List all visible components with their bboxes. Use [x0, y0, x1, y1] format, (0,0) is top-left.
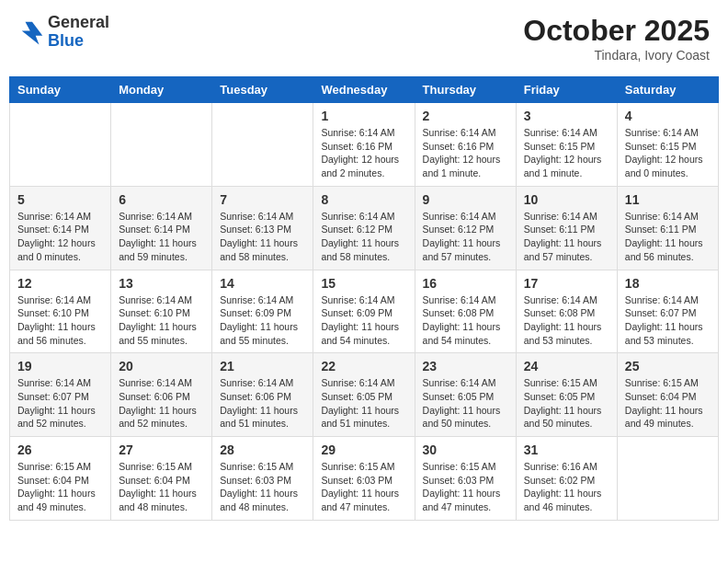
day-number: 15	[321, 276, 406, 291]
calendar-cell: 19Sunrise: 6:14 AM Sunset: 6:07 PM Dayli…	[10, 353, 111, 437]
calendar-cell: 23Sunrise: 6:14 AM Sunset: 6:05 PM Dayli…	[415, 353, 516, 437]
weekday-header-wednesday: Wednesday	[313, 77, 415, 103]
page-header: General Blue October 2025 Tindara, Ivory…	[9, 9, 719, 67]
day-number: 26	[17, 442, 103, 457]
weekday-header-tuesday: Tuesday	[212, 77, 313, 103]
day-number: 24	[524, 359, 609, 373]
calendar-cell: 4Sunrise: 6:14 AM Sunset: 6:15 PM Daylig…	[617, 103, 718, 187]
logo-general: General	[48, 14, 109, 32]
calendar-week-row: 19Sunrise: 6:14 AM Sunset: 6:07 PM Dayli…	[10, 353, 719, 437]
weekday-header-thursday: Thursday	[415, 77, 516, 103]
calendar-cell: 14Sunrise: 6:14 AM Sunset: 6:09 PM Dayli…	[212, 270, 313, 353]
calendar-cell: 2Sunrise: 6:14 AM Sunset: 6:16 PM Daylig…	[415, 103, 516, 187]
day-info: Sunrise: 6:14 AM Sunset: 6:14 PM Dayligh…	[17, 210, 103, 264]
day-info: Sunrise: 6:14 AM Sunset: 6:09 PM Dayligh…	[321, 293, 406, 348]
day-info: Sunrise: 6:14 AM Sunset: 6:13 PM Dayligh…	[220, 210, 305, 264]
calendar-cell: 7Sunrise: 6:14 AM Sunset: 6:13 PM Daylig…	[212, 186, 313, 270]
day-number: 13	[119, 276, 204, 291]
day-number: 28	[220, 442, 305, 457]
day-info: Sunrise: 6:15 AM Sunset: 6:03 PM Dayligh…	[423, 460, 508, 514]
title-area: October 2025 Tindara, Ivory Coast	[523, 14, 710, 63]
day-number: 12	[17, 276, 103, 291]
calendar-cell: 30Sunrise: 6:15 AM Sunset: 6:03 PM Dayli…	[415, 437, 516, 521]
svg-marker-0	[22, 22, 43, 45]
calendar-cell: 17Sunrise: 6:14 AM Sunset: 6:08 PM Dayli…	[516, 270, 617, 353]
calendar-cell	[10, 103, 111, 187]
day-number: 18	[625, 276, 711, 291]
calendar-cell: 13Sunrise: 6:14 AM Sunset: 6:10 PM Dayli…	[111, 270, 212, 353]
calendar-cell: 15Sunrise: 6:14 AM Sunset: 6:09 PM Dayli…	[313, 270, 415, 353]
day-info: Sunrise: 6:14 AM Sunset: 6:15 PM Dayligh…	[625, 126, 711, 180]
logo: General Blue	[18, 14, 109, 51]
day-info: Sunrise: 6:14 AM Sunset: 6:08 PM Dayligh…	[423, 293, 508, 348]
calendar-cell: 31Sunrise: 6:16 AM Sunset: 6:02 PM Dayli…	[516, 437, 617, 521]
day-number: 6	[119, 192, 204, 207]
logo-blue: Blue	[48, 32, 109, 51]
day-info: Sunrise: 6:14 AM Sunset: 6:12 PM Dayligh…	[321, 210, 406, 264]
calendar-cell: 20Sunrise: 6:14 AM Sunset: 6:06 PM Dayli…	[111, 353, 212, 437]
day-info: Sunrise: 6:14 AM Sunset: 6:06 PM Dayligh…	[220, 376, 305, 431]
day-number: 5	[17, 192, 103, 207]
day-info: Sunrise: 6:16 AM Sunset: 6:02 PM Dayligh…	[524, 460, 609, 514]
calendar-cell	[111, 103, 212, 187]
calendar-cell: 26Sunrise: 6:15 AM Sunset: 6:04 PM Dayli…	[10, 437, 111, 521]
day-number: 9	[423, 192, 508, 207]
day-info: Sunrise: 6:14 AM Sunset: 6:16 PM Dayligh…	[321, 126, 406, 180]
day-info: Sunrise: 6:14 AM Sunset: 6:16 PM Dayligh…	[423, 126, 508, 180]
calendar-cell: 6Sunrise: 6:14 AM Sunset: 6:14 PM Daylig…	[111, 186, 212, 270]
day-number: 20	[119, 359, 204, 373]
day-info: Sunrise: 6:14 AM Sunset: 6:06 PM Dayligh…	[119, 376, 204, 431]
calendar-cell: 9Sunrise: 6:14 AM Sunset: 6:12 PM Daylig…	[415, 186, 516, 270]
day-number: 7	[220, 192, 305, 207]
weekday-header-sunday: Sunday	[10, 77, 111, 103]
calendar-cell: 1Sunrise: 6:14 AM Sunset: 6:16 PM Daylig…	[313, 103, 415, 187]
calendar-cell: 3Sunrise: 6:14 AM Sunset: 6:15 PM Daylig…	[516, 103, 617, 187]
calendar-cell: 8Sunrise: 6:14 AM Sunset: 6:12 PM Daylig…	[313, 186, 415, 270]
day-info: Sunrise: 6:14 AM Sunset: 6:12 PM Dayligh…	[423, 210, 508, 264]
day-number: 16	[423, 276, 508, 291]
calendar-cell: 25Sunrise: 6:15 AM Sunset: 6:04 PM Dayli…	[617, 353, 718, 437]
day-info: Sunrise: 6:14 AM Sunset: 6:05 PM Dayligh…	[423, 376, 508, 431]
calendar-cell: 12Sunrise: 6:14 AM Sunset: 6:10 PM Dayli…	[10, 270, 111, 353]
day-info: Sunrise: 6:14 AM Sunset: 6:11 PM Dayligh…	[625, 210, 711, 264]
calendar-cell: 5Sunrise: 6:14 AM Sunset: 6:14 PM Daylig…	[10, 186, 111, 270]
day-info: Sunrise: 6:14 AM Sunset: 6:11 PM Dayligh…	[524, 210, 609, 264]
day-number: 3	[524, 109, 609, 123]
day-number: 11	[625, 192, 711, 207]
location-subtitle: Tindara, Ivory Coast	[523, 48, 710, 63]
calendar-cell: 22Sunrise: 6:14 AM Sunset: 6:05 PM Dayli…	[313, 353, 415, 437]
day-info: Sunrise: 6:14 AM Sunset: 6:15 PM Dayligh…	[524, 126, 609, 180]
day-info: Sunrise: 6:14 AM Sunset: 6:05 PM Dayligh…	[321, 376, 406, 431]
day-info: Sunrise: 6:14 AM Sunset: 6:09 PM Dayligh…	[220, 293, 305, 348]
day-number: 17	[524, 276, 609, 291]
day-info: Sunrise: 6:14 AM Sunset: 6:07 PM Dayligh…	[17, 376, 103, 431]
calendar-cell: 21Sunrise: 6:14 AM Sunset: 6:06 PM Dayli…	[212, 353, 313, 437]
calendar-table: SundayMondayTuesdayWednesdayThursdayFrid…	[9, 76, 719, 521]
day-number: 1	[321, 109, 406, 123]
calendar-cell: 24Sunrise: 6:15 AM Sunset: 6:05 PM Dayli…	[516, 353, 617, 437]
day-info: Sunrise: 6:15 AM Sunset: 6:04 PM Dayligh…	[17, 460, 103, 514]
calendar-cell: 18Sunrise: 6:14 AM Sunset: 6:07 PM Dayli…	[617, 270, 718, 353]
weekday-header-monday: Monday	[111, 77, 212, 103]
day-number: 22	[321, 359, 406, 373]
day-number: 27	[119, 442, 204, 457]
weekday-header-friday: Friday	[516, 77, 617, 103]
day-info: Sunrise: 6:15 AM Sunset: 6:05 PM Dayligh…	[524, 376, 609, 431]
day-number: 23	[423, 359, 508, 373]
day-number: 19	[17, 359, 103, 373]
day-number: 4	[625, 109, 711, 123]
weekday-header-saturday: Saturday	[617, 77, 718, 103]
calendar-cell: 28Sunrise: 6:15 AM Sunset: 6:03 PM Dayli…	[212, 437, 313, 521]
day-info: Sunrise: 6:14 AM Sunset: 6:10 PM Dayligh…	[119, 293, 204, 348]
day-info: Sunrise: 6:15 AM Sunset: 6:03 PM Dayligh…	[220, 460, 305, 514]
calendar-header-row: SundayMondayTuesdayWednesdayThursdayFrid…	[10, 77, 719, 103]
calendar-cell: 10Sunrise: 6:14 AM Sunset: 6:11 PM Dayli…	[516, 186, 617, 270]
day-number: 21	[220, 359, 305, 373]
day-info: Sunrise: 6:15 AM Sunset: 6:04 PM Dayligh…	[119, 460, 204, 514]
day-number: 14	[220, 276, 305, 291]
calendar-week-row: 5Sunrise: 6:14 AM Sunset: 6:14 PM Daylig…	[10, 186, 719, 270]
day-number: 2	[423, 109, 508, 123]
day-info: Sunrise: 6:14 AM Sunset: 6:07 PM Dayligh…	[625, 293, 711, 348]
calendar-cell: 11Sunrise: 6:14 AM Sunset: 6:11 PM Dayli…	[617, 186, 718, 270]
month-title: October 2025	[523, 14, 710, 48]
